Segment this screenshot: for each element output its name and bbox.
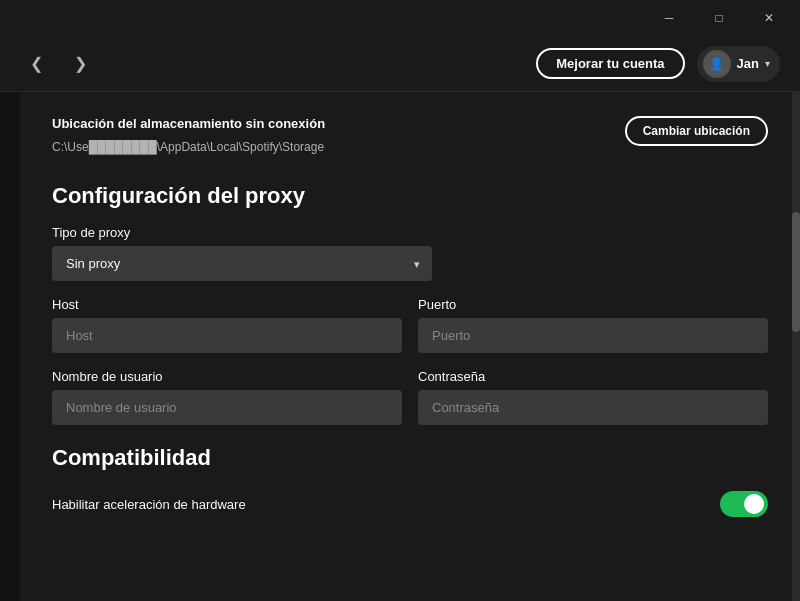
port-group: Puerto (418, 297, 768, 353)
storage-title: Ubicación del almacenamiento sin conexió… (52, 116, 325, 131)
back-button[interactable]: ❮ (20, 48, 52, 80)
settings-panel: Ubicación del almacenamiento sin conexió… (20, 92, 800, 601)
minimize-button[interactable]: ─ (646, 2, 692, 34)
scrollbar-track[interactable] (792, 92, 800, 601)
port-input[interactable] (418, 318, 768, 353)
proxy-section-title: Configuración del proxy (52, 183, 768, 209)
hardware-accel-label: Habilitar aceleración de hardware (52, 497, 246, 512)
left-sidebar (0, 92, 20, 601)
hardware-accel-toggle[interactable] (720, 491, 768, 517)
compatibility-section: Compatibilidad Habilitar aceleración de … (52, 445, 768, 521)
navbar: ❮ ❯ Mejorar tu cuenta 👤 Jan ▾ (0, 36, 800, 92)
proxy-type-select[interactable]: Sin proxy HTTP SOCKS4 SOCKS5 (52, 246, 432, 281)
username-password-row: Nombre de usuario Contraseña (52, 369, 768, 425)
host-input[interactable] (52, 318, 402, 353)
hardware-accel-row: Habilitar aceleración de hardware (52, 487, 768, 521)
password-label: Contraseña (418, 369, 768, 384)
user-menu[interactable]: 👤 Jan ▾ (697, 46, 780, 82)
chevron-down-icon: ▾ (765, 58, 770, 69)
change-location-button[interactable]: Cambiar ubicación (625, 116, 768, 146)
host-port-row: Host Puerto (52, 297, 768, 353)
storage-path: C:\Use████████\AppData\Local\Spotify\Sto… (52, 140, 324, 154)
forward-button[interactable]: ❯ (64, 48, 96, 80)
password-group: Contraseña (418, 369, 768, 425)
user-icon: 👤 (709, 57, 724, 71)
username-input[interactable] (52, 390, 402, 425)
scrollbar-thumb[interactable] (792, 212, 800, 332)
titlebar: ─ □ ✕ (0, 0, 800, 36)
user-name: Jan (737, 56, 759, 71)
proxy-type-wrapper: Sin proxy HTTP SOCKS4 SOCKS5 ▾ (52, 246, 432, 281)
proxy-type-label: Tipo de proxy (52, 225, 768, 240)
port-label: Puerto (418, 297, 768, 312)
proxy-section: Configuración del proxy Tipo de proxy Si… (52, 183, 768, 425)
username-label: Nombre de usuario (52, 369, 402, 384)
main-content: Ubicación del almacenamiento sin conexió… (0, 92, 800, 601)
host-group: Host (52, 297, 402, 353)
compat-section-title: Compatibilidad (52, 445, 768, 471)
avatar: 👤 (703, 50, 731, 78)
close-button[interactable]: ✕ (746, 2, 792, 34)
storage-info: Ubicación del almacenamiento sin conexió… (52, 116, 325, 155)
toggle-knob (744, 494, 764, 514)
host-label: Host (52, 297, 402, 312)
upgrade-button[interactable]: Mejorar tu cuenta (536, 48, 684, 79)
maximize-button[interactable]: □ (696, 2, 742, 34)
storage-section: Ubicación del almacenamiento sin conexió… (52, 116, 768, 155)
window-controls: ─ □ ✕ (646, 2, 792, 34)
username-group: Nombre de usuario (52, 369, 402, 425)
password-input[interactable] (418, 390, 768, 425)
